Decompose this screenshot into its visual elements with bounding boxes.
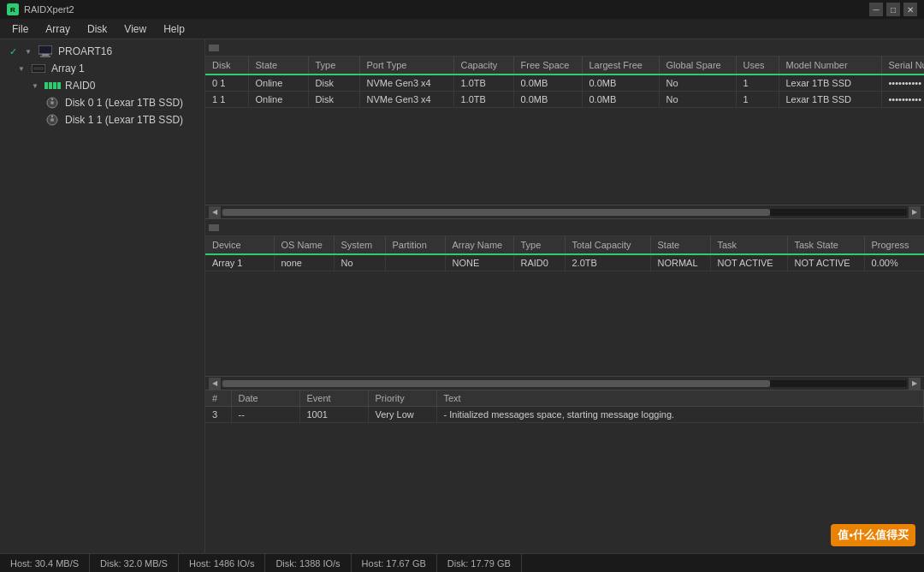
disk-cell-type: Disk [308, 92, 359, 108]
col-uses[interactable]: Uses [736, 57, 779, 74]
array-scrollbar[interactable]: ◀ ▶ [205, 376, 924, 390]
disk-cell-uses: 1 [736, 74, 779, 92]
maximize-button[interactable]: □ [886, 3, 900, 16]
array-cell-type: RAID0 [513, 254, 565, 271]
col-serial-number[interactable]: Serial Number [881, 57, 924, 74]
col-total-capacity[interactable]: Total Capacity [565, 236, 650, 254]
disk-cell-capacity: 1.0TB [453, 74, 513, 92]
sidebar-item-array1[interactable]: ▼ Array 1 [0, 60, 204, 77]
col-state[interactable]: State [248, 57, 308, 74]
col-arr-state[interactable]: State [650, 236, 710, 254]
sidebar-item-raid0[interactable]: ▼ RAID0 [0, 77, 204, 94]
app-icon: R [7, 3, 19, 15]
array-cell-progress: 0.00% [864, 254, 924, 271]
disk-cell-model_number: Lexar 1TB SSD [779, 74, 881, 92]
log-table-row[interactable]: 3--1001Very Low- Initialized messages sp… [205, 407, 924, 423]
status-host-gb: Host: 17.67 GB [352, 554, 437, 572]
array-scroll-thumb [222, 380, 770, 387]
log-table: # Date Event Priority Text 3--1001Very L… [205, 390, 924, 423]
disk-scroll-right[interactable]: ▶ [909, 206, 921, 218]
col-os-name[interactable]: OS Name [274, 236, 334, 254]
disk-cell-serial_number: •••••••••• [881, 92, 924, 108]
svg-rect-0 [38, 45, 52, 54]
col-model-number[interactable]: Model Number [779, 57, 881, 74]
disk-table-wrapper[interactable]: Disk State Type Port Type Capacity Free … [205, 57, 924, 205]
col-task[interactable]: Task [710, 236, 787, 254]
array-scroll-left[interactable]: ◀ [209, 378, 221, 390]
sidebar: ✓ ▼ PROART16 ▼ Array 1 ▼ [0, 39, 205, 553]
disk-scrollbar[interactable]: ◀ ▶ [205, 205, 924, 218]
col-task-state[interactable]: Task State [787, 236, 864, 254]
col-log-priority[interactable]: Priority [368, 390, 436, 407]
disk-cell-global_spare: No [659, 92, 736, 108]
array-table-header: Device OS Name System Partition Array Na… [205, 236, 924, 254]
status-disk-iops: Disk: 1388 IO/s [265, 554, 351, 572]
titlebar-left: R RAIDXpert2 [7, 3, 74, 15]
col-log-text[interactable]: Text [436, 390, 924, 407]
col-disk[interactable]: Disk [205, 57, 248, 74]
array-cell-total_capacity: 2.0TB [565, 254, 650, 271]
sidebar-disk11-label: Disk 1 1 (Lexar 1TB SSD) [65, 114, 183, 126]
disk-table: Disk State Type Port Type Capacity Free … [205, 57, 924, 108]
col-log-num[interactable]: # [205, 390, 231, 407]
col-type[interactable]: Type [308, 57, 359, 74]
array-cell-system: No [334, 254, 385, 271]
minimize-button[interactable]: ─ [869, 3, 883, 16]
col-system[interactable]: System [334, 236, 385, 254]
status-disk-speed: Disk: 32.0 MB/S [90, 554, 179, 572]
sidebar-disk01-label: Disk 0 1 (Lexar 1TB SSD) [65, 97, 183, 109]
disk-table-row[interactable]: 0 1OnlineDiskNVMe Gen3 x41.0TB0.0MB0.0MB… [205, 74, 924, 92]
close-button[interactable]: ✕ [903, 3, 917, 16]
menubar: File Array Disk View Help [0, 19, 924, 39]
menu-file[interactable]: File [3, 21, 37, 37]
disk11-icon [44, 114, 60, 126]
col-array-name[interactable]: Array Name [445, 236, 513, 254]
col-partition[interactable]: Partition [385, 236, 445, 254]
expand-icon-proart16: ▼ [24, 47, 33, 56]
menu-help[interactable]: Help [155, 21, 193, 37]
col-log-event[interactable]: Event [299, 390, 368, 407]
array-table-row[interactable]: Array 1noneNoNONERAID02.0TBNORMALNOT ACT… [205, 254, 924, 271]
col-log-date[interactable]: Date [231, 390, 299, 407]
log-cell-num: 3 [205, 407, 231, 423]
col-free-space[interactable]: Free Space [513, 57, 582, 74]
sidebar-proart16-label: PROART16 [58, 45, 112, 57]
log-cell-priority: Very Low [368, 407, 436, 423]
expand-icon-raid0: ▼ [31, 81, 39, 90]
array-table-wrapper[interactable]: Device OS Name System Partition Array Na… [205, 236, 924, 376]
col-port-type[interactable]: Port Type [359, 57, 453, 74]
svg-rect-2 [40, 56, 50, 57]
svg-point-7 [51, 98, 53, 100]
menu-view[interactable]: View [116, 21, 155, 37]
col-capacity[interactable]: Capacity [453, 57, 513, 74]
disk-cell-capacity: 1.0TB [453, 92, 513, 108]
disk-table-row[interactable]: 1 1OnlineDiskNVMe Gen3 x41.0TB0.0MB0.0MB… [205, 92, 924, 108]
disk-panel-icon [209, 45, 219, 51]
col-device[interactable]: Device [205, 236, 274, 254]
titlebar-controls[interactable]: ─ □ ✕ [869, 3, 917, 16]
disk-table-header: Disk State Type Port Type Capacity Free … [205, 57, 924, 74]
svg-point-6 [50, 101, 54, 104]
array-scroll-right[interactable]: ▶ [909, 378, 921, 390]
col-progress[interactable]: Progress [864, 236, 924, 254]
disk-scroll-left[interactable]: ◀ [209, 206, 221, 218]
sidebar-item-proart16[interactable]: ✓ ▼ PROART16 [0, 43, 204, 60]
disk-cell-disk: 1 1 [205, 92, 248, 108]
menu-disk[interactable]: Disk [79, 21, 116, 37]
col-largest-free[interactable]: Largest Free [582, 57, 659, 74]
svg-rect-1 [42, 54, 49, 56]
log-table-body: 3--1001Very Low- Initialized messages sp… [205, 407, 924, 423]
disk-scroll-track[interactable] [222, 209, 907, 216]
array-scroll-track[interactable] [222, 380, 907, 387]
svg-rect-4 [33, 67, 44, 70]
titlebar: R RAIDXpert2 ─ □ ✕ [0, 0, 924, 19]
sidebar-item-disk01[interactable]: Disk 0 1 (Lexar 1TB SSD) [0, 94, 204, 111]
expand-icon-array1: ▼ [17, 64, 26, 73]
sidebar-item-disk11[interactable]: Disk 1 1 (Lexar 1TB SSD) [0, 111, 204, 128]
menu-array[interactable]: Array [37, 21, 79, 37]
svg-point-9 [50, 118, 54, 122]
col-global-spare[interactable]: Global Spare [659, 57, 736, 74]
log-table-wrapper[interactable]: # Date Event Priority Text 3--1001Very L… [205, 390, 924, 553]
col-arr-type[interactable]: Type [513, 236, 565, 254]
status-disk-gb: Disk: 17.79 GB [437, 554, 522, 572]
